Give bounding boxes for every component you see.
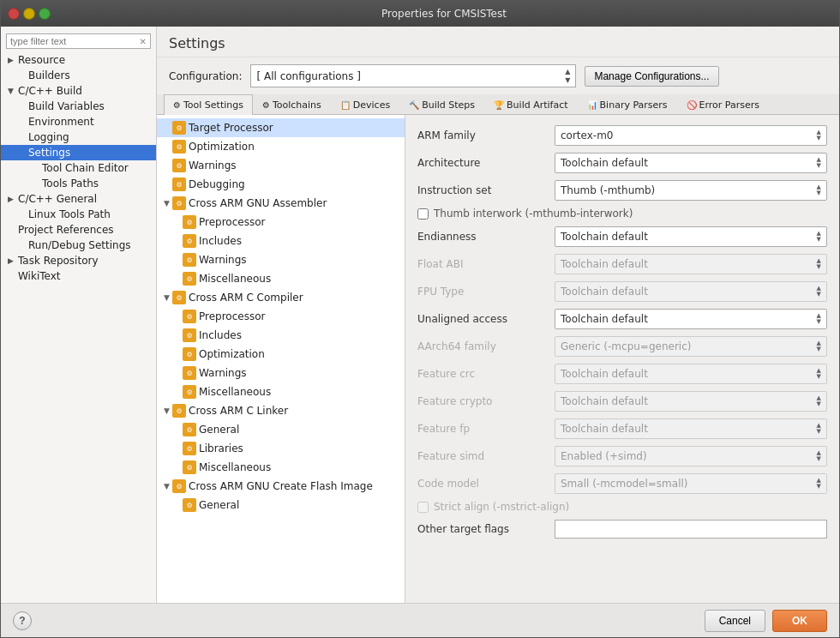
tp-item-asm-warnings[interactable]: ⚙ Warnings <box>157 250 405 269</box>
tab-tool-settings[interactable]: ⚙ Tool Settings <box>164 94 253 115</box>
setting-row-other-target-flags: Other target flags <box>417 516 827 542</box>
arrow-up-icon[interactable]: ▲ <box>565 68 570 75</box>
tp-item-cross-arm-c-linker[interactable]: ▼ ⚙ Cross ARM C Linker <box>157 401 405 420</box>
tool-tree-panel: ⚙ Target Processor ⚙ Optimization ⚙ Warn… <box>157 115 405 603</box>
tp-item-cl-libraries[interactable]: ⚙ Libraries <box>157 439 405 458</box>
tab-build-steps[interactable]: 🔨 Build Steps <box>399 94 484 115</box>
tp-label: Miscellaneous <box>199 273 271 285</box>
sidebar-item-linux-tools-path[interactable]: Linux Tools Path <box>1 207 156 222</box>
tp-label: General <box>199 499 239 511</box>
sidebar-item-tools-paths[interactable]: Tools Paths <box>1 176 156 191</box>
dropdown-arrows[interactable]: ▲ ▼ <box>817 129 821 141</box>
tab-label: Build Artifact <box>507 99 568 111</box>
sidebar-filter-box[interactable]: ✕ <box>6 33 151 49</box>
dropdown-arrows[interactable]: ▲ ▼ <box>817 184 821 196</box>
tp-item-cc-optimization[interactable]: ⚙ Optimization <box>157 345 405 364</box>
other-target-flags-input[interactable] <box>555 520 827 539</box>
tp-item-cross-arm-asm[interactable]: ▼ ⚙ Cross ARM GNU Assembler <box>157 194 405 213</box>
thumb-interwork-checkbox[interactable] <box>417 208 429 220</box>
maximize-button[interactable] <box>39 8 51 20</box>
tp-item-cl-general[interactable]: ⚙ General <box>157 420 405 439</box>
tp-item-asm-preprocessor[interactable]: ⚙ Preprocessor <box>157 213 405 232</box>
tp-item-cross-arm-flash[interactable]: ▼ ⚙ Cross ARM GNU Create Flash Image <box>157 477 405 496</box>
tp-item-cc-preprocessor[interactable]: ⚙ Preprocessor <box>157 307 405 326</box>
sidebar-item-wikitext[interactable]: WikiText <box>1 268 156 284</box>
tp-label: Warnings <box>189 160 237 172</box>
arrow-down-icon: ▼ <box>817 484 821 490</box>
arrow-down-icon[interactable]: ▼ <box>565 76 570 84</box>
instruction-set-dropdown[interactable]: Thumb (-mthumb) ▲ ▼ <box>555 180 827 201</box>
sidebar-item-settings[interactable]: Settings <box>1 145 156 160</box>
arrow-down-icon[interactable]: ▼ <box>817 163 821 169</box>
architecture-dropdown[interactable]: Toolchain default ▲ ▼ <box>555 153 827 173</box>
gear-icon: ⚙ <box>172 404 186 418</box>
config-spinner[interactable]: ▲ ▼ <box>565 68 570 84</box>
sidebar-item-label: Project References <box>18 224 114 236</box>
sidebar-item-cpp-build[interactable]: ▼ C/C++ Build <box>1 83 156 99</box>
tab-build-artifact[interactable]: 🏆 Build Artifact <box>484 94 578 115</box>
bottom-bar: ? Cancel OK <box>1 603 839 637</box>
sidebar-item-builders[interactable]: Builders <box>1 68 156 83</box>
tab-error-parsers[interactable]: 🚫 Error Parsers <box>677 94 769 115</box>
cancel-button[interactable]: Cancel <box>705 610 765 632</box>
ok-button[interactable]: OK <box>772 610 827 632</box>
sidebar-item-task-repository[interactable]: ▶ Task Repository <box>1 253 156 268</box>
setting-control-float-abi: Toolchain default ▲ ▼ <box>555 254 827 274</box>
config-value: [ All configurations ] <box>256 70 361 82</box>
tp-item-cross-arm-c-compiler[interactable]: ▼ ⚙ Cross ARM C Compiler <box>157 288 405 307</box>
close-button[interactable] <box>8 8 20 20</box>
tp-label: Includes <box>199 329 242 341</box>
arrow-down-icon[interactable]: ▼ <box>817 319 821 325</box>
sidebar-item-tool-chain-editor[interactable]: Tool Chain Editor <box>1 160 156 176</box>
tp-item-optimization[interactable]: ⚙ Optimization <box>157 137 405 156</box>
tp-item-asm-miscellaneous[interactable]: ⚙ Miscellaneous <box>157 269 405 288</box>
tp-item-warnings[interactable]: ⚙ Warnings <box>157 156 405 175</box>
sidebar-item-run-debug[interactable]: Run/Debug Settings <box>1 238 156 253</box>
sidebar-item-label: Task Repository <box>18 255 99 267</box>
unaligned-access-value: Toolchain default <box>561 313 648 325</box>
gear-icon: ⚙ <box>183 347 196 361</box>
setting-row-float-abi: Float ABI Toolchain default ▲ ▼ <box>417 250 827 278</box>
arrow-down-icon[interactable]: ▼ <box>817 190 821 196</box>
sidebar-item-cpp-general[interactable]: ▶ C/C++ General <box>1 191 156 207</box>
gear-icon: ⚙ <box>183 253 196 267</box>
help-button[interactable]: ? <box>13 611 32 630</box>
minimize-button[interactable] <box>23 8 35 20</box>
config-dropdown[interactable]: [ All configurations ] ▲ ▼ <box>250 64 576 87</box>
dropdown-arrows[interactable]: ▲ ▼ <box>817 231 821 243</box>
tab-label: Toolchains <box>273 99 321 111</box>
expand-arrow: ▼ <box>164 199 172 208</box>
dropdown-arrows[interactable]: ▲ ▼ <box>817 313 821 325</box>
arrow-down-icon[interactable]: ▼ <box>817 135 821 141</box>
setting-row-instruction-set: Instruction set Thumb (-mthumb) ▲ ▼ <box>417 177 827 204</box>
aarch64-family-value: Generic (-mcpu=generic) <box>561 340 691 352</box>
tp-item-cl-miscellaneous[interactable]: ⚙ Miscellaneous <box>157 458 405 477</box>
arm-family-dropdown[interactable]: cortex-m0 ▲ ▼ <box>555 125 827 146</box>
sidebar: ✕ ▶ Resource Builders ▼ C/C++ Build Buil… <box>1 27 157 603</box>
sidebar-item-environment[interactable]: Environment <box>1 114 156 129</box>
tp-item-asm-includes[interactable]: ⚙ Includes <box>157 232 405 250</box>
sidebar-item-logging[interactable]: Logging <box>1 129 156 145</box>
unaligned-access-dropdown[interactable]: Toolchain default ▲ ▼ <box>555 309 827 329</box>
tab-binary-parsers[interactable]: 📊 Binary Parsers <box>578 94 677 115</box>
tp-item-flash-general[interactable]: ⚙ General <box>157 496 405 515</box>
arrow-down-icon[interactable]: ▼ <box>817 237 821 243</box>
titlebar-buttons[interactable] <box>8 8 51 20</box>
tab-toolchains[interactable]: ⚙ Toolchains <box>253 94 331 115</box>
tp-item-debugging[interactable]: ⚙ Debugging <box>157 175 405 194</box>
tp-item-cc-includes[interactable]: ⚙ Includes <box>157 326 405 345</box>
endianness-dropdown[interactable]: Toolchain default ▲ ▼ <box>555 226 827 247</box>
tab-devices[interactable]: 📋 Devices <box>331 94 399 115</box>
sidebar-item-project-references[interactable]: Project References <box>1 222 156 238</box>
manage-configurations-button[interactable]: Manage Configurations... <box>585 66 718 87</box>
sidebar-item-resource[interactable]: ▶ Resource <box>1 52 156 68</box>
tp-item-cc-warnings[interactable]: ⚙ Warnings <box>157 364 405 382</box>
clear-filter-icon[interactable]: ✕ <box>140 37 147 46</box>
sidebar-item-build-variables[interactable]: Build Variables <box>1 99 156 114</box>
sidebar-filter-input[interactable] <box>10 36 140 46</box>
tp-item-target-processor[interactable]: ⚙ Target Processor <box>157 118 405 137</box>
tp-item-cc-miscellaneous[interactable]: ⚙ Miscellaneous <box>157 382 405 401</box>
dropdown-arrows[interactable]: ▲ ▼ <box>817 157 821 169</box>
float-abi-dropdown: Toolchain default ▲ ▼ <box>555 254 827 274</box>
gear-icon: ⚙ <box>183 234 196 248</box>
